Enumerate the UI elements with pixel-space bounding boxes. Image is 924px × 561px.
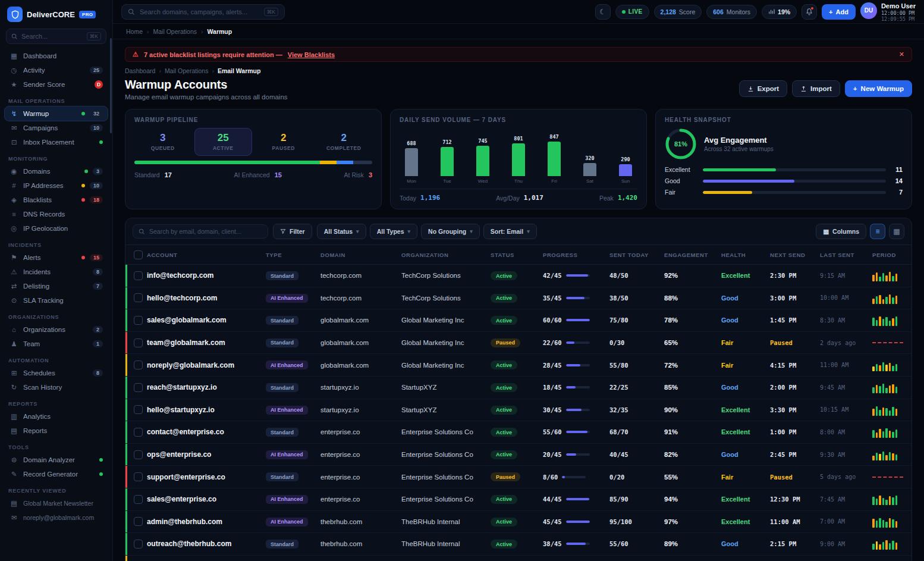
sidebar-item-team[interactable]: ♟Team1	[5, 337, 108, 351]
row-checkbox[interactable]	[134, 271, 143, 280]
breadcrumb-item-dashboard[interactable]: Dashboard	[125, 67, 155, 74]
brand-logo-icon[interactable]	[7, 7, 23, 22]
table-row-sales-enterprise-co[interactable]: sales@enterprise.coAI Enhancedenterprise…	[125, 488, 912, 511]
monitors-badge[interactable]: 606 Monitors	[706, 5, 757, 19]
sidebar-item-campaigns[interactable]: ✉Campaigns10	[5, 121, 108, 135]
sidebar-item-alerts[interactable]: ⚑Alerts15	[5, 250, 108, 265]
row-checkbox[interactable]	[134, 339, 143, 347]
sidebar-item-dns-records[interactable]: ≡DNS Records	[5, 207, 108, 221]
signal-badge[interactable]: 19%	[762, 5, 797, 19]
view-blacklists-link[interactable]: View Blacklists	[288, 51, 335, 58]
table-row-ops-enterprise-co[interactable]: ops@enterprise.coAI Enhancedenterprise.c…	[125, 444, 912, 466]
row-checkbox[interactable]	[134, 540, 143, 549]
table-row-reach-startupxyz-io[interactable]: reach@startupxyz.ioStandardstartupxyz.io…	[125, 377, 912, 399]
row-checkbox[interactable]	[134, 450, 143, 459]
table-row-team-globalmark-com[interactable]: team@globalmark.comStandardglobalmark.co…	[125, 332, 912, 355]
score-badge[interactable]: 2,128 Score	[654, 5, 702, 19]
table-row-outreach-thebrhub-com[interactable]: outreach@thebrhub.comStandardthebrhub.co…	[125, 533, 912, 556]
sidebar-search-input[interactable]	[21, 33, 83, 40]
global-search-input[interactable]	[140, 8, 259, 15]
sidebar-item-sender-score[interactable]: ★Sender ScoreD	[5, 77, 108, 92]
sidebar-item-scan-history[interactable]: ↻Scan History	[5, 380, 108, 394]
row-checkbox[interactable]	[134, 405, 143, 414]
breadcrumb-item-mail-operations[interactable]: Mail Operations	[153, 28, 197, 35]
table-search[interactable]	[133, 224, 268, 239]
list-view-toggle[interactable]: ≡	[870, 224, 885, 239]
column-header-period[interactable]: PERIOD	[872, 252, 912, 258]
grid-view-toggle[interactable]: ▦	[889, 224, 904, 239]
bar-day-label: Tue	[443, 178, 451, 184]
table-row-hello-startupxyz-io[interactable]: hello@startupxyz.ioAI Enhancedstartupxyz…	[125, 399, 912, 422]
column-header-status[interactable]: STATUS	[491, 252, 543, 258]
row-checkbox[interactable]	[134, 517, 143, 526]
column-header-health[interactable]: HEALTH	[721, 252, 770, 258]
user-menu[interactable]: DU Demo User 12:00:00 PM 12:09:55 PM	[860, 1, 916, 23]
row-checkbox[interactable]	[134, 472, 143, 481]
table-row-support-enterprise-co[interactable]: support@enterprise.coStandardenterprise.…	[125, 466, 912, 488]
table-row-sales-globalmark-com[interactable]: sales@globalmark.comStandardglobalmark.c…	[125, 309, 912, 332]
dropdown-all-status[interactable]: All Status▾	[317, 224, 366, 239]
new-warmup-button[interactable]: + New Warmup	[845, 80, 912, 97]
row-checkbox[interactable]	[134, 428, 143, 437]
notifications-button[interactable]	[802, 4, 817, 20]
select-all-checkbox[interactable]	[134, 250, 143, 259]
dropdown-sort-email[interactable]: Sort: Email▾	[483, 224, 537, 239]
sidebar-item-global-market-newsletter[interactable]: ▤Global Market Newsletter	[5, 496, 108, 510]
export-button[interactable]: Export	[739, 80, 787, 97]
filter-button[interactable]: Filter	[273, 224, 312, 239]
sidebar-item-reports[interactable]: ▤Reports	[5, 424, 108, 438]
theme-toggle-button[interactable]: ☾	[595, 4, 611, 20]
sidebar-item-delisting[interactable]: ⇄Delisting7	[5, 279, 108, 293]
table-row-admin-thebrhub-com[interactable]: admin@thebrhub.comAI Enhancedthebrhub.co…	[125, 511, 912, 534]
sidebar-item-organizations[interactable]: ⌂Organizations2	[5, 322, 108, 337]
table-row-hello-thebrhub-com[interactable]: hello@thebrhub.comAI Enhancedthebrhub.co…	[125, 556, 912, 561]
column-header-progress[interactable]: PROGRESS	[543, 252, 609, 258]
sidebar-item-blacklists[interactable]: ◈Blacklists18	[5, 193, 108, 207]
dropdown-all-types[interactable]: All Types▾	[370, 224, 417, 239]
sidebar-item-record-generator[interactable]: ✎Record Generator	[5, 467, 108, 481]
column-header-last-sent[interactable]: LAST SENT	[820, 252, 872, 258]
import-button[interactable]: Import	[792, 80, 840, 97]
column-header-organization[interactable]: ORGANIZATION	[401, 252, 491, 258]
dropdown-no-grouping[interactable]: No Grouping▾	[421, 224, 480, 239]
table-row-info-techcorp-com[interactable]: info@techcorp.comStandardtechcorp.comTec…	[125, 265, 912, 287]
sidebar-item-activity[interactable]: ◷Activity25	[5, 63, 108, 77]
table-row-contact-enterprise-co[interactable]: contact@enterprise.coStandardenterprise.…	[125, 421, 912, 444]
global-search[interactable]: ⌘K	[121, 4, 285, 20]
table-row-noreply-globalmark-com[interactable]: noreply@globalmark.comAI Enhancedglobalm…	[125, 354, 912, 377]
breadcrumb-item-mail-operations[interactable]: Mail Operations	[165, 67, 209, 74]
sidebar-item-schedules[interactable]: ⊞Schedules8	[5, 366, 108, 380]
column-header-type[interactable]: TYPE	[266, 252, 320, 258]
row-checkbox[interactable]	[134, 495, 143, 504]
pipeline-stat-completed: 2COMPLETED	[316, 129, 373, 155]
sidebar-item-ip-geolocation[interactable]: ◎IP Geolocation	[5, 221, 108, 236]
column-header-next-send[interactable]: NEXT SEND	[770, 252, 820, 258]
sidebar-item-domains[interactable]: ◉Domains3	[5, 164, 108, 178]
table-row-hello-techcorp-com[interactable]: hello@techcorp.comAI Enhancedtechcorp.co…	[125, 287, 912, 310]
sparkline-bar	[885, 408, 888, 416]
sidebar-item-ip-addresses[interactable]: #IP Addresses10	[5, 178, 108, 193]
column-header-engagement[interactable]: ENGAGEMENT	[664, 252, 721, 258]
column-header-domain[interactable]: DOMAIN	[320, 252, 401, 258]
sidebar-item-noreply-globalmark-com[interactable]: ✉noreply@globalmark.com	[5, 510, 108, 525]
close-icon[interactable]: ✕	[899, 51, 904, 58]
add-button[interactable]: + Add	[822, 4, 856, 20]
row-checkbox[interactable]	[134, 293, 143, 302]
table-search-input[interactable]	[149, 228, 262, 235]
column-header-account[interactable]: ACCOUNT	[147, 252, 266, 258]
sidebar-item-sla-tracking[interactable]: ⊙SLA Tracking	[5, 293, 108, 308]
sidebar-item-warmup[interactable]: ↯Warmup32	[5, 106, 108, 121]
row-checkbox[interactable]	[134, 316, 143, 325]
avatar[interactable]: DU	[860, 2, 877, 19]
column-header-sent-today[interactable]: SENT TODAY	[609, 252, 664, 258]
sidebar-item-domain-analyzer[interactable]: ⊚Domain Analyzer	[5, 453, 108, 467]
columns-button[interactable]: ▦ Columns	[816, 224, 866, 239]
sidebar-item-inbox-placement[interactable]: ⊡Inbox Placement	[5, 135, 108, 149]
sidebar-item-analytics[interactable]: ▥Analytics	[5, 409, 108, 424]
sidebar-search[interactable]: ⌘K	[6, 29, 106, 44]
row-checkbox[interactable]	[134, 361, 143, 369]
sidebar-item-incidents[interactable]: ⚠Incidents8	[5, 265, 108, 279]
sidebar-item-dashboard[interactable]: ▦Dashboard	[5, 49, 108, 63]
breadcrumb-item-home[interactable]: Home	[126, 28, 143, 35]
row-checkbox[interactable]	[134, 383, 143, 392]
